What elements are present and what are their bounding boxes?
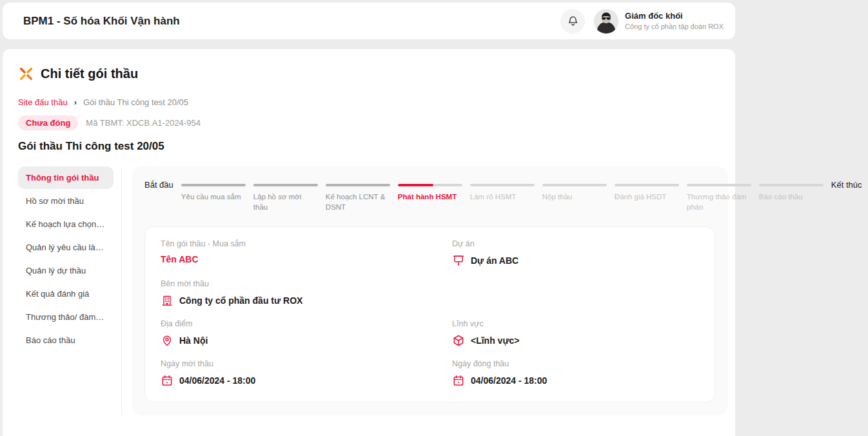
- detail-field-label: Lĩnh vực: [452, 319, 699, 328]
- step-progress-bar: [470, 184, 535, 186]
- sidebar-item[interactable]: Kết quả đánh giá: [18, 282, 113, 305]
- stepper-steps: Yêu cầu mua sắmLập hồ sơ mời thầuKế hoạc…: [181, 179, 831, 212]
- detail-value: <Lĩnh vực>: [471, 335, 520, 346]
- breadcrumb-root-link[interactable]: Site đấu thầu: [18, 97, 68, 107]
- stepper-step: Kế hoạch LCNT & DSNT: [326, 179, 390, 212]
- building-icon: [161, 294, 173, 307]
- step-label: Phát hành HSMT: [398, 192, 462, 203]
- page-title: Chi tiết gói thầu: [41, 66, 138, 81]
- sidebar-item[interactable]: Hồ sơ mời thầu: [18, 190, 113, 212]
- stepper-step: Yêu cầu mua sắm: [181, 179, 246, 212]
- stepper-step: Báo cáo thầu: [759, 179, 824, 212]
- notification-button[interactable]: [560, 9, 585, 34]
- user-company: Công ty cổ phần tập đoàn ROX: [625, 23, 724, 31]
- step-label: Yêu cầu mua sắm: [181, 192, 246, 203]
- sidebar-item[interactable]: Quản lý dự thầu: [18, 259, 113, 282]
- detail-field-label: Bên mời thầu: [161, 279, 452, 288]
- detail-field-value-row: Công ty cổ phần đầu tư ROX: [161, 294, 452, 307]
- detail-value: 04/06/2024 - 18:00: [179, 375, 255, 386]
- content-area: Bắt đầu Yêu cầu mua sắmLập hồ sơ mời thầ…: [132, 166, 728, 415]
- grid-spacer: [452, 279, 699, 307]
- step-progress-bar: [759, 184, 824, 186]
- sidebar-item[interactable]: Báo cáo thầu: [18, 329, 113, 352]
- tbmt-code: Mã TBMT: XDCB.A1-2024-954: [86, 118, 201, 128]
- detail-value: Công ty cổ phần đầu tư ROX: [179, 295, 302, 306]
- detail-field-value-row: Tên ABC: [161, 254, 452, 264]
- page-head: Chi tiết gói thầu: [18, 66, 735, 82]
- sidebar-item[interactable]: Thông tin gói thầu: [18, 166, 113, 189]
- detail-value: 04/06/2024 - 18:00: [471, 375, 547, 386]
- detail-value[interactable]: Tên ABC: [161, 254, 199, 264]
- step-progress-bar: [326, 184, 390, 186]
- user-name: Giám đốc khối: [625, 11, 724, 21]
- detail-field: Dự ánDự án ABC: [452, 239, 699, 267]
- step-progress-bar: [615, 184, 679, 186]
- main-panel: Chi tiết gói thầu Site đấu thầu › Gói th…: [3, 49, 735, 436]
- detail-field: Ngày mời thầu04/06/2024 - 18:00: [161, 359, 452, 387]
- detail-field: Lĩnh vực<Lĩnh vực>: [452, 319, 699, 347]
- sidebar-item[interactable]: Kế hoạch lựa chọn nhà...: [18, 213, 113, 235]
- step-label: Đánh giá HSDT: [615, 192, 679, 203]
- breadcrumb-separator-icon: ›: [74, 97, 77, 107]
- step-label: Làm rõ HSMT: [470, 192, 535, 203]
- step-label: Báo cáo thầu: [759, 192, 824, 203]
- detail-grid: Tên gói thầu - Mua sắmTên ABCDự ánDự án …: [161, 239, 699, 387]
- step-progress-bar: [687, 184, 751, 186]
- cube-icon: [452, 334, 465, 347]
- detail-field-label: Dự án: [452, 239, 699, 248]
- step-label: Kế hoạch LCNT & DSNT: [326, 192, 390, 212]
- detail-field-label: Tên gói thầu - Mua sắm: [161, 239, 452, 248]
- rox-logo-icon: [18, 66, 34, 82]
- detail-field: Địa điểmHà Nội: [161, 319, 452, 347]
- process-stepper: Bắt đầu Yêu cầu mua sắmLập hồ sơ mời thầ…: [144, 179, 715, 212]
- stepper-card: Bắt đầu Yêu cầu mua sắmLập hồ sơ mời thầ…: [132, 166, 728, 415]
- step-label: Thương thảo đàm phán: [687, 192, 751, 212]
- detail-value: Hà Nội: [179, 335, 208, 346]
- sidebar-nav: Thông tin gói thầuHồ sơ mời thầuKế hoạch…: [18, 166, 113, 352]
- detail-field-label: Địa điểm: [161, 319, 452, 328]
- user-meta[interactable]: Giám đốc khối Công ty cổ phần tập đoàn R…: [625, 11, 724, 31]
- detail-field-label: Ngày đóng thầu: [452, 359, 699, 368]
- detail-field: Bên mời thầuCông ty cổ phần đầu tư ROX: [161, 279, 452, 307]
- detail-field: Ngày đóng thầu04/06/2024 - 18:00: [452, 359, 699, 387]
- stepper-step: Nộp thầu: [542, 179, 607, 212]
- step-label: Lập hồ sơ mời thầu: [253, 192, 318, 212]
- bid-package-heading: Gói thầu Thi công test 20/05: [18, 140, 735, 153]
- detail-field-label: Ngày mời thầu: [161, 359, 452, 368]
- step-progress-fill: [398, 184, 433, 186]
- avatar[interactable]: [594, 9, 618, 34]
- detail-field-value-row: <Lĩnh vực>: [452, 334, 699, 347]
- step-progress-bar: [253, 184, 318, 186]
- calendar-icon: [161, 374, 173, 387]
- sidebar-item[interactable]: Quản lý yêu cầu làm rõ: [18, 236, 113, 259]
- presentation-icon: [452, 254, 465, 267]
- stepper-end-label: Kết thúc: [831, 179, 862, 190]
- stepper-step: Thương thảo đàm phán: [687, 179, 751, 212]
- sidebar-divider: [121, 166, 122, 415]
- breadcrumb-current: Gói thầu Thi công test 20/05: [83, 97, 188, 107]
- stepper-step: Làm rõ HSMT: [470, 179, 535, 212]
- meta-row: Chưa đóng Mã TBMT: XDCB.A1-2024-954: [18, 115, 735, 130]
- step-progress-bar: [181, 184, 246, 186]
- body-row: Thông tin gói thầuHồ sơ mời thầuKế hoạch…: [18, 166, 735, 415]
- step-progress-bar: [542, 184, 607, 186]
- status-badge: Chưa đóng: [18, 115, 78, 130]
- step-label: Nộp thầu: [542, 192, 607, 203]
- step-progress-bar: [398, 184, 462, 186]
- detail-field-value-row: Hà Nội: [161, 334, 452, 347]
- stepper-start-label: Bắt đầu: [144, 179, 173, 190]
- bell-icon: [567, 15, 579, 27]
- stepper-step: Lập hồ sơ mời thầu: [253, 179, 318, 212]
- calendar-icon: [452, 374, 465, 387]
- sidebar-item[interactable]: Thương thảo/ đàm phán: [18, 306, 113, 328]
- stepper-step: Đánh giá HSDT: [615, 179, 679, 212]
- detail-field-value-row: 04/06/2024 - 18:00: [452, 374, 699, 387]
- app-title: BPM1 - Số hóa Khối Vận hành: [23, 15, 560, 28]
- detail-value: Dự án ABC: [471, 255, 518, 266]
- breadcrumb: Site đấu thầu › Gói thầu Thi công test 2…: [18, 97, 735, 107]
- bid-detail-card: Tên gói thầu - Mua sắmTên ABCDự ánDự án …: [144, 226, 715, 402]
- location-icon: [161, 334, 173, 347]
- detail-field-value-row: Dự án ABC: [452, 254, 699, 267]
- stepper-step: Phát hành HSMT: [398, 179, 462, 212]
- detail-field: Tên gói thầu - Mua sắmTên ABC: [161, 239, 452, 267]
